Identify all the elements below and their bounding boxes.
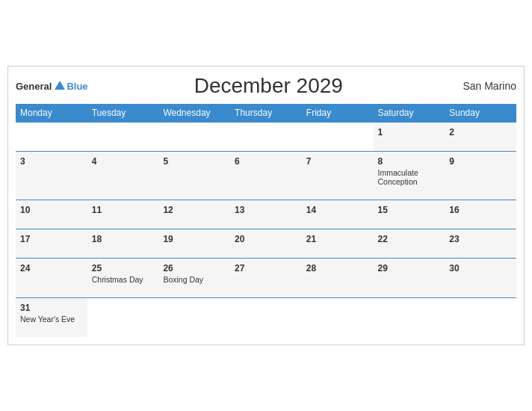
day-number: 30 bbox=[449, 263, 512, 274]
calendar-cell bbox=[302, 298, 374, 338]
calendar-cell bbox=[230, 123, 302, 152]
col-wednesday: Wednesday bbox=[158, 104, 230, 123]
day-number: 12 bbox=[163, 205, 226, 215]
calendar-row: 31New Year's Eve bbox=[16, 298, 516, 338]
logo: General Blue bbox=[16, 79, 88, 93]
calendar-cell: 15 bbox=[374, 200, 445, 229]
day-number: 4 bbox=[92, 156, 155, 167]
calendar-cell: 17 bbox=[16, 229, 87, 259]
calendar-cell: 2 bbox=[445, 123, 516, 152]
calendar-cell bbox=[16, 123, 87, 152]
calendar-cell: 29 bbox=[374, 259, 445, 298]
day-number: 27 bbox=[235, 263, 297, 274]
day-number: 24 bbox=[20, 263, 83, 274]
calendar-cell: 8Immaculate Conception bbox=[374, 152, 445, 200]
calendar-row: 345678Immaculate Conception9 bbox=[16, 152, 516, 200]
day-number: 8 bbox=[378, 156, 441, 167]
day-number: 29 bbox=[378, 263, 441, 274]
logo-general-text: General bbox=[16, 81, 52, 92]
calendar-cell: 27 bbox=[230, 259, 302, 298]
day-event: Christmas Day bbox=[92, 275, 155, 284]
calendar-cell bbox=[87, 123, 159, 152]
calendar-cell: 3 bbox=[16, 152, 87, 200]
calendar-cell: 24 bbox=[16, 259, 87, 298]
day-number: 25 bbox=[92, 263, 155, 274]
day-number: 17 bbox=[20, 234, 83, 244]
col-tuesday: Tuesday bbox=[87, 104, 159, 123]
day-number: 5 bbox=[163, 156, 226, 167]
calendar-cell: 23 bbox=[445, 229, 516, 259]
calendar-wrapper: General Blue December 2029 San Marino Mo… bbox=[7, 66, 525, 345]
day-number: 15 bbox=[378, 205, 441, 215]
col-monday: Monday bbox=[16, 104, 87, 123]
day-number: 14 bbox=[306, 205, 369, 215]
day-number: 2 bbox=[449, 127, 512, 137]
calendar-row: 12 bbox=[16, 123, 516, 152]
day-number: 13 bbox=[235, 205, 297, 215]
day-event: Immaculate Conception bbox=[378, 168, 441, 186]
day-number: 16 bbox=[449, 205, 512, 215]
day-number: 26 bbox=[163, 263, 226, 274]
day-number: 7 bbox=[306, 156, 369, 167]
calendar-cell bbox=[158, 298, 230, 338]
calendar-cell: 26Boxing Day bbox=[158, 259, 230, 298]
day-number: 23 bbox=[449, 234, 512, 244]
calendar-cell: 6 bbox=[230, 152, 302, 200]
day-number: 6 bbox=[235, 156, 297, 167]
calendar-cell bbox=[158, 123, 230, 152]
calendar-cell: 25Christmas Day bbox=[87, 259, 159, 298]
logo-blue-text: Blue bbox=[66, 81, 87, 92]
calendar-cell: 30 bbox=[445, 259, 516, 298]
day-number: 18 bbox=[92, 234, 155, 244]
month-title: December 2029 bbox=[88, 74, 449, 98]
calendar-cell: 5 bbox=[158, 152, 230, 200]
header-row: Monday Tuesday Wednesday Thursday Friday… bbox=[16, 104, 516, 123]
logo-icon bbox=[53, 79, 66, 93]
calendar-cell bbox=[374, 298, 445, 338]
calendar-cell: 19 bbox=[158, 229, 230, 259]
day-number: 10 bbox=[20, 205, 83, 215]
day-number: 11 bbox=[92, 205, 155, 215]
calendar-cell bbox=[87, 298, 159, 338]
col-friday: Friday bbox=[302, 104, 374, 123]
calendar-grid: Monday Tuesday Wednesday Thursday Friday… bbox=[16, 104, 516, 337]
calendar-cell: 12 bbox=[158, 200, 230, 229]
day-number: 20 bbox=[235, 234, 297, 244]
day-number: 9 bbox=[449, 156, 512, 167]
calendar-cell: 9 bbox=[445, 152, 516, 200]
calendar-row: 10111213141516 bbox=[16, 200, 516, 229]
svg-marker-0 bbox=[55, 81, 65, 90]
calendar-cell: 21 bbox=[302, 229, 374, 259]
calendar-cell: 1 bbox=[374, 123, 445, 152]
calendar-row: 2425Christmas Day26Boxing Day27282930 bbox=[16, 259, 516, 298]
calendar-cell: 31New Year's Eve bbox=[16, 298, 87, 338]
calendar-cell bbox=[302, 123, 374, 152]
calendar-cell: 4 bbox=[87, 152, 159, 200]
calendar-cell: 11 bbox=[87, 200, 159, 229]
col-sunday: Sunday bbox=[445, 104, 516, 123]
calendar-cell bbox=[445, 298, 516, 338]
calendar-cell: 20 bbox=[230, 229, 302, 259]
day-number: 31 bbox=[20, 303, 83, 313]
calendar-cell: 14 bbox=[302, 200, 374, 229]
calendar-cell: 28 bbox=[302, 259, 374, 298]
day-number: 22 bbox=[378, 234, 441, 244]
location: San Marino bbox=[449, 80, 516, 92]
day-number: 3 bbox=[20, 156, 83, 167]
calendar-cell: 16 bbox=[445, 200, 516, 229]
calendar-row: 17181920212223 bbox=[16, 229, 516, 259]
calendar-cell: 10 bbox=[16, 200, 87, 229]
calendar-cell: 18 bbox=[87, 229, 159, 259]
day-number: 28 bbox=[306, 263, 369, 274]
day-number: 1 bbox=[378, 127, 441, 137]
day-number: 19 bbox=[163, 234, 226, 244]
calendar-cell: 7 bbox=[302, 152, 374, 200]
calendar-cell bbox=[230, 298, 302, 338]
col-thursday: Thursday bbox=[230, 104, 302, 123]
day-event: Boxing Day bbox=[163, 275, 226, 284]
col-saturday: Saturday bbox=[374, 104, 445, 123]
calendar-header: General Blue December 2029 San Marino bbox=[16, 74, 516, 98]
day-event: New Year's Eve bbox=[20, 315, 83, 324]
calendar-cell: 13 bbox=[230, 200, 302, 229]
calendar-cell: 22 bbox=[374, 229, 445, 259]
